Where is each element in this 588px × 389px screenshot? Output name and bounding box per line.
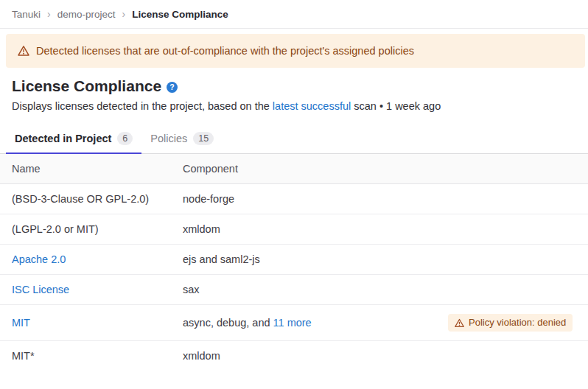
latest-successful-scan-link[interactable]: latest successful: [273, 100, 351, 112]
policy-violation-label: Policy violation: denied: [469, 317, 566, 329]
chevron-right-icon: ›: [122, 9, 126, 19]
page-title: License Compliance ?: [12, 77, 576, 96]
column-header-empty: [436, 154, 588, 184]
component-cell: sax: [171, 275, 436, 305]
breadcrumb-project[interactable]: demo-project: [57, 9, 116, 20]
warning-alert-message: Detected licenses that are out-of-compli…: [36, 45, 414, 57]
license-name-link[interactable]: MIT: [12, 317, 30, 329]
chevron-right-icon: ›: [47, 9, 51, 19]
table-row: MIT* xmldom: [0, 341, 588, 379]
help-icon[interactable]: ?: [167, 82, 178, 93]
breadcrumb-current-page: License Compliance: [132, 9, 228, 20]
license-name: MIT*: [0, 341, 171, 379]
page-description: Displays licenses detected in the projec…: [12, 99, 576, 113]
license-name-link[interactable]: Apache 2.0: [12, 253, 66, 265]
warning-alert: Detected licenses that are out-of-compli…: [6, 34, 585, 68]
component-cell: ejs and saml2-js: [171, 245, 436, 275]
component-text: async, debug, and: [183, 317, 273, 329]
warning-triangle-icon: [18, 45, 29, 57]
status-cell: [436, 214, 588, 245]
license-table: Name Component (BSD-3-Clause OR GPL-2.0)…: [0, 154, 588, 378]
license-table-body: (BSD-3-Clause OR GPL-2.0) node-forge (LG…: [0, 184, 588, 379]
table-row: Apache 2.0 ejs and saml2-js: [0, 245, 588, 275]
component-cell: node-forge: [171, 184, 436, 214]
description-prefix: Displays licenses detected in the projec…: [12, 100, 273, 112]
description-suffix: scan • 1 week ago: [351, 100, 441, 112]
tab-detected-count-badge: 6: [117, 132, 133, 145]
breadcrumb-group[interactable]: Tanuki: [12, 9, 41, 20]
breadcrumb: Tanuki › demo-project › License Complian…: [0, 0, 588, 29]
more-components-link[interactable]: 11 more: [273, 317, 312, 329]
page-header: License Compliance ? Displays licenses d…: [0, 68, 588, 113]
table-header-row: Name Component: [0, 154, 588, 184]
component-cell: xmldom: [171, 341, 436, 379]
status-cell: [436, 184, 588, 214]
status-cell: Policy violation: denied: [436, 305, 588, 341]
page-title-text: License Compliance: [12, 77, 161, 96]
license-name-link[interactable]: ISC License: [12, 284, 69, 295]
table-row: ISC License sax: [0, 275, 588, 305]
table-row: MIT async, debug, and 11 more Policy vio…: [0, 305, 588, 341]
status-cell: [436, 245, 588, 275]
column-header-component: Component: [171, 154, 436, 184]
tab-policies-label: Policies: [150, 133, 187, 144]
tab-policies-count-badge: 15: [193, 132, 214, 145]
status-cell: [436, 275, 588, 305]
component-cell: xmldom: [171, 214, 436, 245]
policy-violation-badge: Policy violation: denied: [448, 314, 573, 332]
license-name: (BSD-3-Clause OR GPL-2.0): [0, 184, 171, 214]
tab-bar: Detected in Project 6 Policies 15: [0, 125, 588, 154]
license-name: (LGPL-2.0 or MIT): [0, 214, 171, 245]
column-header-name: Name: [0, 154, 171, 184]
tab-detected-in-project[interactable]: Detected in Project 6: [6, 125, 141, 153]
warning-triangle-icon: [455, 318, 464, 328]
tab-policies[interactable]: Policies 15: [141, 125, 223, 153]
status-cell: [436, 341, 588, 379]
tab-detected-label: Detected in Project: [15, 133, 111, 144]
table-row: (BSD-3-Clause OR GPL-2.0) node-forge: [0, 184, 588, 214]
table-row: (LGPL-2.0 or MIT) xmldom: [0, 214, 588, 245]
component-cell: async, debug, and 11 more: [171, 305, 436, 341]
